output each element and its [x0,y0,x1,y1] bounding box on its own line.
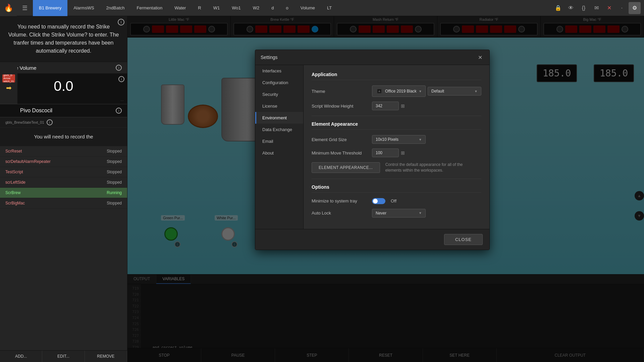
mail-icon[interactable]: ✉ [590,2,602,14]
strike-volume-panel: gbIS_DArrowwitch_01 ➡ Strike Volume i i … [0,62,127,104]
script-toolbar: ADD... EDIT... REMOVE [0,350,127,362]
resize-handle: ⋯ [0,99,127,104]
tab-d[interactable]: d [265,0,280,16]
section-element-appearance-title: Element Appearance [312,121,481,130]
tab-w1[interactable]: W1 [207,0,226,16]
nav-environment[interactable]: Environment [255,112,303,124]
theme-row: Theme A Office 2019 Black ▼ [312,85,481,97]
nav-configuration[interactable]: Configuration [255,77,303,88]
modal-sidebar: Interfaces Configuration Security Licens… [255,65,304,229]
grid-size-controls: 10x10 Pixels ▼ [372,135,481,144]
theme-variant-select[interactable]: Default ▼ [428,87,481,96]
element-appearance-button[interactable]: ELEMENT APPEARANCE... [312,162,380,173]
strike-info-icon[interactable]: i [116,65,122,71]
grid-size-value: 10x10 Pixels [376,137,398,142]
theme-variant-arrow: ▼ [474,89,478,93]
modal-title: Settings [261,55,278,60]
code-icon[interactable]: {} [578,2,590,14]
script-item-scrbigmac[interactable]: ScrBigMac Stopped [0,198,127,208]
nav-data-exchange[interactable]: Data Exchange [255,124,303,135]
auto-lock-select[interactable]: Never ▼ [372,209,426,218]
info-icon[interactable]: i [118,19,124,25]
grid-icon: ⊞ [401,103,405,109]
remove-script-button[interactable]: REMOVE [85,351,127,362]
separator-1 [312,116,481,116]
nav-security[interactable]: Security [255,88,303,100]
grid-size-label: Element Grid Size [312,137,372,142]
theme-arrow: ▼ [419,89,422,93]
script-status: Stopped [107,201,122,205]
script-item-scrreset[interactable]: ScrReset Stopped [0,146,127,157]
tab-lt[interactable]: LT [321,0,338,16]
modal-titlebar: Settings ✕ [255,50,489,65]
add-script-button[interactable]: ADD... [0,351,42,362]
tab-fermentation[interactable]: Fermentation [131,0,169,16]
script-window-height-input[interactable] [372,102,399,110]
strike-value-info-icon[interactable]: i [118,76,124,82]
theme-value: Office 2019 Black [385,89,417,94]
tab-r[interactable]: R [192,0,207,16]
theme-icon: A [376,87,383,95]
minimize-tray-row: Minimize to system tray Off [312,198,481,204]
min-move-input[interactable] [372,148,399,157]
section-application-title: Application [312,72,481,80]
settings-icon[interactable]: ⚙ [629,2,641,14]
theme-label: Theme [312,89,372,94]
eye-icon[interactable]: 👁 [565,2,577,14]
modal-close-button[interactable]: CLOSE [444,234,483,245]
pivo-title: Pivo Doscocil [20,108,52,114]
menu-button[interactable]: ☰ [17,0,33,16]
script-item-testscript[interactable]: TestScript Stopped [0,167,127,177]
grid-size-arrow: ▼ [419,138,422,141]
nav-license[interactable]: License [255,100,303,112]
min-move-field[interactable] [376,150,395,155]
min-move-row: Minimum Move Threshold ⊞ [312,148,481,157]
script-item-scrbrew[interactable]: ScrBrew Running [0,188,127,198]
toggle-dot [373,199,378,203]
instruction-box: i You need to manually record the Strike… [0,16,127,62]
script-status: Stopped [107,180,122,185]
strike-volume-value: 0.0 [0,73,127,99]
tab-2ndbatch[interactable]: 2ndBatch [100,0,131,16]
nav-about[interactable]: About [255,147,303,159]
tab-alarmsws[interactable]: AlarmsWS [67,0,100,16]
nav-email[interactable]: Email [255,135,303,147]
minimize-tray-toggle[interactable] [372,198,385,204]
tab-w2[interactable]: W2 [247,0,266,16]
script-window-height-field[interactable] [376,104,395,108]
script-item-scrleftside[interactable]: scrLeftSide Stopped [0,177,127,188]
instruction-text: You need to manually record the Strike V… [8,24,119,54]
tab-b1brewery[interactable]: B1 Brewery [33,0,67,16]
minimize-tray-value: Off [391,198,396,203]
script-name: ScrBrew [5,190,20,195]
bottom-instruction-text: You will need to record the [34,134,93,139]
svg-text:A: A [378,90,380,93]
modal-close-icon[interactable]: ✕ [476,53,484,61]
nav-interfaces[interactable]: Interfaces [255,65,303,77]
grid-size-row: Element Grid Size 10x10 Pixels ▼ [312,135,481,144]
auto-lock-value: Never [376,211,386,216]
lock-icon[interactable]: 🔒 [552,2,564,14]
script-item-scrdefault[interactable]: scrDefaultAlarmRepeater Stopped [0,157,127,167]
gbls-info-icon[interactable]: i [47,119,53,125]
gbls-text: gbls_BrewStateText_01 [5,120,44,124]
pivo-info-icon[interactable]: i [116,108,122,114]
auto-lock-arrow: ▼ [419,211,422,215]
theme-select[interactable]: A Office 2019 Black ▼ [372,85,426,97]
minimize-tray-label: Minimize to system tray [312,198,372,203]
tab-wo1[interactable]: Wo1 [226,0,247,16]
grid-size-select[interactable]: 10x10 Pixels ▼ [372,135,426,144]
modal-content: Application Theme A Office 2019 Black [304,65,489,229]
script-status: Stopped [107,159,122,164]
tab-volume[interactable]: Volume [294,0,321,16]
min-move-controls: ⊞ [372,148,481,157]
tab-o[interactable]: o [280,0,294,16]
close-x-icon[interactable]: ✕ [603,2,615,14]
script-window-height-label: Script Window Height [312,104,372,109]
edit-script-button[interactable]: EDIT... [42,351,85,362]
script-name: ScrBigMac [5,201,25,205]
tab-water[interactable]: Water [168,0,192,16]
script-window-height-controls: ⊞ [372,102,481,110]
theme-controls: A Office 2019 Black ▼ Default ▼ [372,85,481,97]
auto-lock-row: Auto Lock Never ▼ [312,209,481,218]
